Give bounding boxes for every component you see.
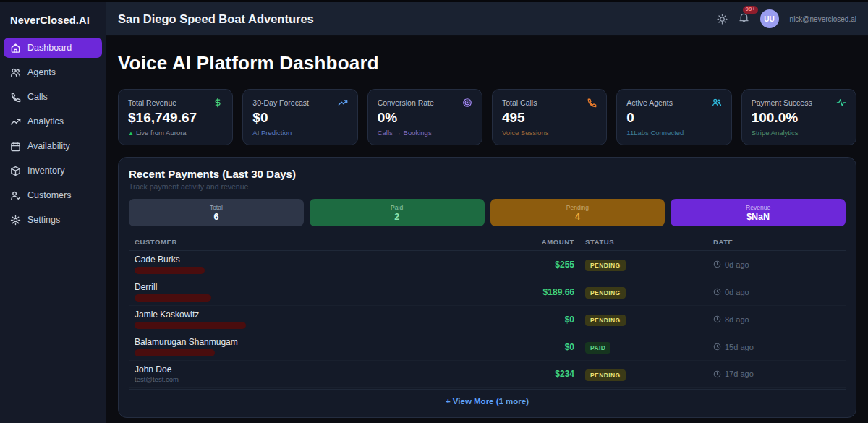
payment-date: 17d ago xyxy=(712,369,846,378)
clock-icon xyxy=(713,343,721,351)
table-row[interactable]: Derrill $189.66 PENDING 0d ago xyxy=(129,278,846,306)
stat-label: Payment Success xyxy=(752,98,812,107)
dollar-icon xyxy=(213,98,223,108)
stat-card-conversion-rate: Conversion Rate 0% Calls → Bookings xyxy=(367,89,482,145)
table-row[interactable]: Cade Burks $255 PENDING 0d ago xyxy=(129,251,846,278)
notification-count-badge: 99+ xyxy=(743,6,759,14)
target-icon xyxy=(462,98,472,108)
table-row[interactable]: Balamurugan Shanmugam $0 PAID 15d ago xyxy=(129,333,846,361)
stat-label: 30-Day Forecast xyxy=(252,98,309,107)
stat-card-total-calls: Total Calls 495 Voice Sessions xyxy=(492,89,607,145)
theme-toggle-sun-icon[interactable] xyxy=(717,14,728,25)
redacted-email-bar xyxy=(135,349,215,356)
payments-subtitle: Track payment activity and revenue xyxy=(129,182,846,191)
stat-cards-row: Total Revenue $16,749.67 ▲Live from Auro… xyxy=(118,89,856,145)
payment-date: 15d ago xyxy=(712,343,846,351)
trending-up-icon xyxy=(10,116,21,127)
main-content: Voice AI Platform Dashboard Total Revenu… xyxy=(106,36,868,423)
customer-name: Cade Burks xyxy=(135,255,495,265)
sidebar-item-dashboard[interactable]: Dashboard xyxy=(4,38,102,58)
stat-value: 495 xyxy=(502,110,597,126)
sidebar-item-label: Calls xyxy=(27,92,48,102)
sidebar-item-settings[interactable]: Settings xyxy=(4,210,102,230)
payment-date: 8d ago xyxy=(712,315,846,324)
table-row[interactable]: John Doetest@test.com $234 PENDING 17d a… xyxy=(129,361,846,388)
sidebar-nav: Dashboard Agents Calls Analytics Availab… xyxy=(0,36,106,236)
stat-subtitle: 11Labs Connected xyxy=(626,129,721,137)
gear-icon xyxy=(10,215,21,226)
payments-table: CUSTOMER AMOUNT STATUS DATE Cade Burks $… xyxy=(129,235,846,388)
app-logo: NeverClosed.AI xyxy=(0,2,106,36)
stat-subtitle: Calls → Bookings xyxy=(378,129,472,137)
payment-amount: $189.66 xyxy=(495,287,574,297)
summary-pending: Pending 4 xyxy=(490,199,665,226)
payment-amount: $255 xyxy=(495,260,574,270)
status-badge: PENDING xyxy=(585,287,626,299)
sidebar-item-label: Analytics xyxy=(27,116,64,127)
users-icon xyxy=(10,67,21,78)
summary-total: Total 6 xyxy=(129,199,304,226)
avatar[interactable]: UU xyxy=(760,9,779,28)
payment-amount: $234 xyxy=(495,369,574,379)
phone-icon xyxy=(10,92,21,103)
stat-card-forecast: 30-Day Forecast $0 AI Prediction xyxy=(242,89,357,145)
stat-value: $0 xyxy=(252,110,347,126)
activity-icon xyxy=(836,98,846,108)
table-row[interactable]: Jamie Kaskowitz $0 PENDING 8d ago xyxy=(129,306,846,333)
stat-label: Total Revenue xyxy=(128,98,176,107)
redacted-email-bar xyxy=(135,322,246,329)
sidebar-item-calls[interactable]: Calls xyxy=(4,87,102,107)
col-status: STATUS xyxy=(574,238,712,246)
customer-name: Jamie Kaskowitz xyxy=(135,309,495,320)
redacted-email-bar xyxy=(135,267,205,274)
calendar-icon xyxy=(10,141,21,152)
summary-paid: Paid 2 xyxy=(310,199,485,226)
page-title: Voice AI Platform Dashboard xyxy=(118,52,856,74)
clock-icon xyxy=(713,315,721,323)
stat-card-payment-success: Payment Success 100.0% Stripe Analytics xyxy=(741,89,856,145)
customer-name: John Doe xyxy=(135,364,495,375)
stat-value: 100.0% xyxy=(752,110,846,126)
stat-subtitle: Voice Sessions xyxy=(502,129,597,137)
clock-icon xyxy=(713,370,721,378)
up-triangle-icon: ▲ xyxy=(128,130,134,137)
table-header-row: CUSTOMER AMOUNT STATUS DATE xyxy=(129,235,846,251)
sidebar-item-analytics[interactable]: Analytics xyxy=(4,111,102,132)
sidebar-item-availability[interactable]: Availability xyxy=(4,136,102,156)
sidebar-item-inventory[interactable]: Inventory xyxy=(4,161,102,181)
customer-name: Derrill xyxy=(135,282,495,292)
stat-card-active-agents: Active Agents 0 11Labs Connected xyxy=(616,89,731,145)
customer-name: Balamurugan Shanmugam xyxy=(135,337,495,347)
phone-icon xyxy=(587,98,597,108)
top-header: San Diego Speed Boat Adventures 99+ UU n… xyxy=(106,2,868,36)
sidebar-item-customers[interactable]: Customers xyxy=(4,185,102,205)
users-icon xyxy=(712,98,722,108)
payments-summary-row: Total 6 Paid 2 Pending 4 Revenue $NaN xyxy=(129,199,846,226)
recent-payments-card: Recent Payments (Last 30 Days) Track pay… xyxy=(118,157,856,418)
stat-value: 0 xyxy=(626,110,721,126)
stat-subtitle: ▲Live from Aurora xyxy=(128,129,223,137)
customer-icon xyxy=(10,190,21,201)
payments-title: Recent Payments (Last 30 Days) xyxy=(129,168,846,180)
stat-card-total-revenue: Total Revenue $16,749.67 ▲Live from Auro… xyxy=(118,89,233,145)
view-more-link[interactable]: + View More (1 more) xyxy=(129,389,846,411)
sidebar-item-label: Dashboard xyxy=(27,43,72,53)
payment-amount: $0 xyxy=(495,315,574,325)
sidebar-item-label: Agents xyxy=(27,67,56,77)
sidebar-item-agents[interactable]: Agents xyxy=(4,62,102,82)
notifications-button[interactable]: 99+ xyxy=(739,12,749,26)
status-badge: PAID xyxy=(585,342,610,354)
status-badge: PENDING xyxy=(585,369,626,381)
stat-label: Total Calls xyxy=(502,98,537,107)
redacted-email-bar xyxy=(135,294,211,302)
bell-icon xyxy=(739,12,749,26)
stat-label: Conversion Rate xyxy=(378,98,434,107)
col-customer: CUSTOMER xyxy=(129,238,495,246)
stat-subtitle: Stripe Analytics xyxy=(752,129,846,137)
sidebar-item-label: Availability xyxy=(27,141,70,151)
payment-date: 0d ago xyxy=(712,288,846,296)
payment-date: 0d ago xyxy=(712,260,846,269)
col-amount: AMOUNT xyxy=(495,238,574,246)
status-badge: PENDING xyxy=(585,260,626,271)
sidebar: NeverClosed.AI Dashboard Agents Calls An… xyxy=(0,2,106,423)
